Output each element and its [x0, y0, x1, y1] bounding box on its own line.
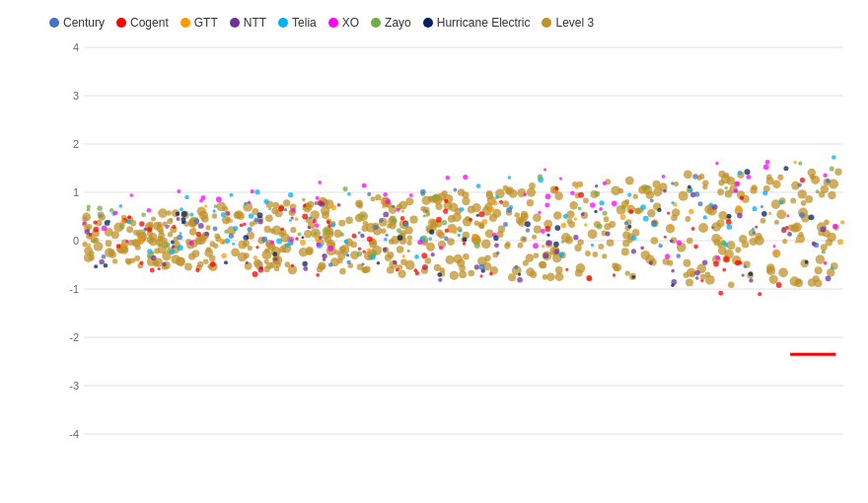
svg-point-321 [687, 238, 693, 245]
svg-point-300 [526, 253, 535, 262]
svg-point-540 [798, 232, 803, 237]
svg-point-448 [375, 194, 381, 200]
svg-point-479 [689, 271, 695, 277]
svg-point-324 [711, 234, 721, 244]
svg-point-248 [604, 216, 610, 222]
svg-point-69 [777, 175, 783, 180]
svg-point-842 [703, 215, 707, 219]
svg-point-548 [700, 274, 706, 280]
svg-point-656 [210, 261, 216, 267]
svg-point-666 [722, 268, 726, 272]
svg-point-781 [99, 259, 104, 264]
svg-point-584 [611, 185, 620, 195]
svg-point-221 [553, 211, 562, 220]
svg-point-560 [834, 169, 841, 176]
svg-point-937 [533, 243, 539, 249]
svg-point-814 [709, 202, 713, 206]
svg-point-683 [664, 236, 667, 239]
svg-point-589 [154, 249, 160, 254]
svg-point-930 [201, 195, 206, 200]
svg-point-789 [546, 240, 552, 246]
svg-point-28 [583, 198, 589, 204]
svg-point-866 [738, 171, 743, 176]
svg-point-512 [674, 181, 679, 186]
svg-point-302 [698, 223, 708, 233]
svg-point-200 [212, 213, 217, 218]
svg-point-218 [481, 240, 491, 250]
svg-point-714 [489, 207, 494, 212]
svg-point-385 [651, 237, 658, 244]
svg-point-716 [773, 252, 777, 255]
svg-point-886 [832, 224, 837, 229]
svg-text:2: 2 [73, 138, 79, 150]
svg-text:-3: -3 [69, 380, 79, 392]
svg-point-721 [295, 217, 299, 221]
svg-point-715 [121, 244, 125, 248]
svg-point-900 [327, 246, 333, 252]
svg-point-996 [631, 275, 635, 279]
svg-point-1024 [171, 241, 175, 245]
svg-point-1064 [284, 208, 287, 211]
svg-point-722 [300, 240, 306, 246]
svg-point-537 [275, 262, 281, 268]
svg-point-1042 [424, 265, 428, 269]
svg-point-812 [347, 192, 351, 196]
svg-point-547 [828, 191, 835, 199]
svg-point-692 [445, 229, 449, 233]
svg-point-729 [688, 209, 693, 214]
svg-point-914 [362, 183, 367, 188]
svg-point-966 [597, 224, 603, 230]
svg-point-639 [469, 218, 472, 222]
svg-point-990 [104, 263, 108, 268]
svg-point-310 [405, 260, 415, 270]
svg-point-657 [253, 271, 258, 277]
svg-point-1005 [594, 210, 597, 213]
svg-point-711 [367, 248, 371, 252]
svg-point-828 [752, 228, 755, 231]
svg-point-1020 [181, 211, 187, 217]
svg-point-817 [189, 213, 193, 217]
svg-point-992 [745, 169, 751, 175]
svg-point-650 [489, 272, 493, 276]
svg-point-680 [150, 268, 155, 273]
svg-point-407 [598, 244, 604, 250]
svg-point-1072 [526, 228, 531, 233]
svg-point-915 [599, 207, 603, 211]
svg-point-923 [386, 199, 391, 204]
svg-point-936 [129, 193, 133, 197]
svg-point-743 [453, 230, 457, 234]
svg-point-1060 [711, 226, 714, 229]
svg-point-1040 [753, 231, 757, 235]
svg-point-600 [213, 244, 218, 249]
svg-point-918 [677, 240, 682, 245]
svg-point-188 [774, 220, 779, 225]
svg-point-810 [180, 207, 183, 211]
svg-point-731 [840, 220, 844, 224]
svg-point-944 [720, 240, 726, 246]
svg-point-1077 [798, 182, 802, 186]
svg-point-123 [685, 216, 690, 222]
svg-point-700 [620, 214, 626, 220]
svg-point-334 [614, 263, 621, 271]
svg-point-986 [109, 208, 114, 213]
svg-point-879 [216, 196, 222, 202]
svg-point-988 [463, 238, 468, 243]
svg-text:1: 1 [73, 186, 79, 198]
svg-point-742 [204, 204, 207, 207]
svg-point-1056 [760, 205, 763, 208]
svg-point-389 [717, 188, 724, 195]
svg-point-732 [481, 219, 487, 225]
svg-point-556 [381, 229, 386, 234]
svg-point-1065 [624, 221, 628, 225]
svg-point-939 [165, 242, 171, 248]
legend-item-telia: Telia [278, 16, 317, 30]
svg-point-971 [561, 241, 564, 244]
svg-point-114 [397, 246, 404, 253]
svg-point-632 [396, 268, 399, 272]
svg-point-728 [402, 254, 405, 257]
svg-point-1062 [444, 237, 449, 242]
svg-point-1039 [361, 262, 364, 265]
svg-point-312 [532, 235, 537, 240]
svg-point-954 [340, 233, 344, 237]
svg-point-603 [197, 206, 206, 215]
